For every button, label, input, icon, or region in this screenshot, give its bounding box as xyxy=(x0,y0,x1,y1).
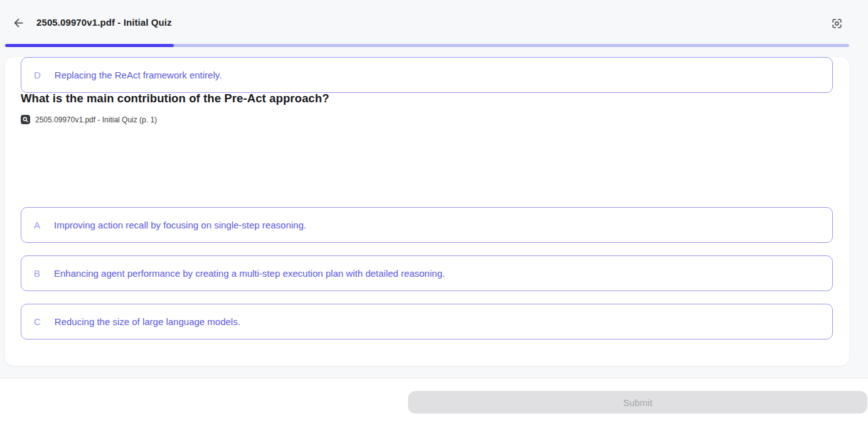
option-letter: D xyxy=(34,70,41,80)
source-label: 2505.09970v1.pdf - Initial Quiz (p. 1) xyxy=(35,115,157,124)
arrow-left-icon xyxy=(12,16,25,29)
document-search-icon xyxy=(21,115,30,124)
option-text: Reducing the size of large language mode… xyxy=(55,316,240,327)
quiz-progress-bar xyxy=(5,44,849,47)
option-letter: A xyxy=(34,220,40,230)
option-letter: C xyxy=(34,316,41,327)
option-letter: B xyxy=(34,268,40,279)
question-text: What is the main contribution of the Pre… xyxy=(21,92,330,105)
option-text: Enhancing agent performance by creating … xyxy=(54,268,445,279)
answer-option-a[interactable]: A Improving action recall by focusing on… xyxy=(21,207,833,243)
top-bar: 2505.09970v1.pdf - Initial Quiz xyxy=(0,0,868,44)
source-citation-chip[interactable]: 2505.09970v1.pdf - Initial Quiz (p. 1) xyxy=(21,115,157,124)
answer-option-d[interactable]: D Replacing the ReAct framework entirely… xyxy=(21,57,833,93)
submit-button[interactable]: Submit xyxy=(408,391,867,414)
center-focus-icon xyxy=(831,18,843,29)
quiz-progress-fill xyxy=(5,44,174,47)
focus-view-button[interactable] xyxy=(828,15,845,31)
document-title: 2505.09970v1.pdf - Initial Quiz xyxy=(36,17,172,28)
answer-option-b[interactable]: B Enhancing agent performance by creatin… xyxy=(21,255,833,291)
option-text: Improving action recall by focusing on s… xyxy=(54,220,306,230)
back-button[interactable] xyxy=(10,14,26,31)
footer-bar: Submit xyxy=(0,378,868,428)
answer-option-c[interactable]: C Reducing the size of large language mo… xyxy=(21,304,833,340)
question-card: Question 1 of 5 What is the main contrib… xyxy=(5,57,849,366)
option-text: Replacing the ReAct framework entirely. xyxy=(55,70,222,80)
